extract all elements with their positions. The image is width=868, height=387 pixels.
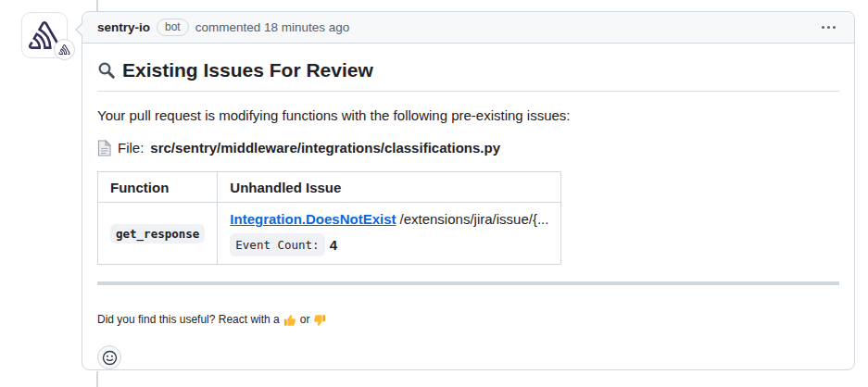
- magnifier-icon: [97, 61, 116, 80]
- table-header-row: Function Unhandled Issue: [98, 172, 561, 203]
- add-reaction-button[interactable]: [97, 345, 121, 369]
- function-cell: get_response: [98, 203, 218, 265]
- thumbs-up-icon: [283, 314, 296, 327]
- bot-label-pill: bot: [157, 19, 189, 36]
- issue-line: Integration.DoesNotExist/extensions/jira…: [230, 210, 548, 228]
- comment-body: Existing Issues For Review Your pull req…: [82, 44, 854, 384]
- event-count-line: Event Count: 4: [230, 233, 548, 256]
- col-header-function: Function: [98, 172, 218, 203]
- file-label: File:: [118, 139, 144, 156]
- issues-heading-text: Existing Issues For Review: [122, 58, 373, 82]
- section-divider: [97, 281, 839, 285]
- smiley-icon: [102, 350, 118, 366]
- action-label: commented: [195, 20, 261, 34]
- comment-action-text: commented 18 minutes ago: [195, 20, 350, 34]
- bot-badge-sentry-logo-icon: [54, 39, 75, 60]
- table-row: get_response Integration.DoesNotExist/ex…: [98, 203, 561, 265]
- event-count-value: 4: [330, 236, 337, 254]
- kebab-menu-icon[interactable]: [818, 22, 839, 32]
- speech-caret-fill: [77, 22, 84, 37]
- function-name-code: get_response: [110, 224, 205, 243]
- event-count-label: Event Count:: [230, 233, 324, 256]
- issue-path: /extensions/jira/issue/{...: [400, 211, 549, 227]
- thumbs-down-icon: [313, 314, 326, 327]
- feedback-prompt-prefix: Did you find this useful? React with a: [97, 313, 280, 327]
- pr-comment-card: sentry-io bot commented 18 minutes ago E…: [82, 11, 855, 370]
- file-path: src/sentry/middleware/integrations/class…: [150, 139, 500, 156]
- author-link[interactable]: sentry-io: [97, 20, 150, 34]
- intro-text: Your pull request is modifying functions…: [97, 106, 839, 124]
- author-avatar[interactable]: [21, 12, 68, 58]
- file-line: File: src/sentry/middleware/integrations…: [97, 139, 839, 156]
- file-page-icon: [97, 140, 111, 156]
- issue-cell: Integration.DoesNotExist/extensions/jira…: [218, 203, 561, 265]
- feedback-prompt-or: or: [300, 313, 310, 327]
- comment-header: sentry-io bot commented 18 minutes ago: [82, 12, 854, 44]
- issues-table: Function Unhandled Issue get_response In…: [97, 171, 561, 265]
- timestamp-link[interactable]: 18 minutes ago: [264, 20, 349, 34]
- feedback-prompt: Did you find this useful? React with a o…: [97, 313, 839, 327]
- issue-link[interactable]: Integration.DoesNotExist: [230, 211, 396, 227]
- col-header-unhandled-issue: Unhandled Issue: [218, 172, 561, 203]
- issues-heading: Existing Issues For Review: [97, 58, 839, 92]
